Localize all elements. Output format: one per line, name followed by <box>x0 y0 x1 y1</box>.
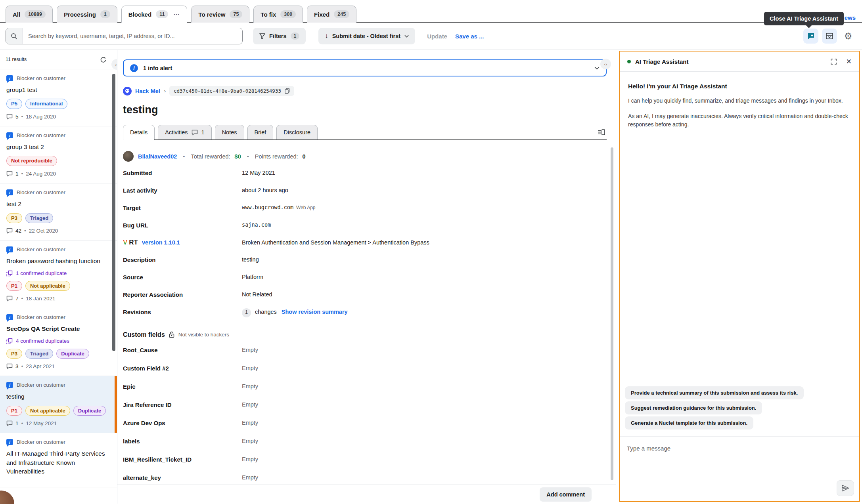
item-kind-label: Blocker on customer <box>17 75 65 81</box>
list-item[interactable]: iBlocker on customerAll IT-Managed Third… <box>0 433 117 487</box>
list-item[interactable]: iBlocker on customertestingP1Not applica… <box>0 376 117 433</box>
ai-assistant-toggle-button[interactable] <box>803 29 818 44</box>
list-item[interactable]: iBlocker on customerBroken password hash… <box>0 241 117 308</box>
send-button[interactable] <box>837 480 854 496</box>
inbox-tab-to-fix[interactable]: To fix300 <box>253 6 303 23</box>
update-button[interactable]: Update <box>427 33 447 40</box>
inbox-tab-blocked[interactable]: Blocked11⋯ <box>121 6 188 23</box>
badge-row: P3TriagedDuplicate <box>6 349 107 359</box>
save-as-button[interactable]: Save as ... <box>455 33 484 40</box>
custom-field-label: IBM_Resilient_Ticket_ID <box>123 455 242 464</box>
expand-icon[interactable] <box>831 59 837 65</box>
list-item[interactable]: iBlocker on customertest 2P3Triaged42•22… <box>0 183 117 241</box>
points-rewarded-label: Points rewarded: <box>255 153 298 160</box>
list-item[interactable]: iBlocker on customergroup 3 test 2Not re… <box>0 126 117 183</box>
inbox-tab-all[interactable]: All10889 <box>6 6 53 23</box>
item-kind-label: Blocker on customer <box>17 132 65 138</box>
item-kind-label: Blocker on customer <box>17 382 65 388</box>
tab-count-badge: 245 <box>334 10 349 18</box>
item-title: testing <box>6 392 107 401</box>
main-scrollbar[interactable] <box>611 147 613 480</box>
custom-field-row: Azure Dev OpsEmpty <box>123 414 607 432</box>
tab-overflow-menu[interactable]: ⋯ <box>172 11 180 18</box>
comment-count: 1 <box>15 420 19 426</box>
panel-resize-handle[interactable]: ‹› <box>600 59 611 69</box>
list-item[interactable]: iBlocker on customerSecOps QA Script Cre… <box>0 308 117 376</box>
status-badge: Triaged <box>25 349 53 359</box>
show-revision-summary-link[interactable]: Show revision summary <box>282 309 348 315</box>
custom-field-label: alternate_key <box>123 473 242 482</box>
chat-bubble-icon <box>807 32 815 40</box>
total-rewarded-value: $0 <box>235 153 241 160</box>
inbox-tab-fixed[interactable]: Fixed245 <box>307 6 356 23</box>
status-badge: P3 <box>6 213 22 223</box>
search-input[interactable] <box>23 28 242 44</box>
confirmed-duplicates-link[interactable]: 1 confirmed duplicate <box>6 270 107 277</box>
ai-message-input[interactable]: Type a message <box>620 436 859 501</box>
tab-notes[interactable]: Notes <box>215 125 244 139</box>
list-item[interactable]: iBlocker on customergroup1 testP5Informa… <box>0 69 117 126</box>
inbox-tab-strip: All10889Processing1Blocked11⋯To review75… <box>0 0 862 23</box>
tab-count-badge: 300 <box>280 10 296 18</box>
field-row: Last activityabout 2 hours ago <box>123 181 607 199</box>
status-badge: Not applicable <box>25 281 70 291</box>
custom-field-row: EpicEmpty <box>123 377 607 395</box>
detail-tab-bar: DetailsActivities1NotesBriefDisclosure <box>123 125 607 140</box>
item-kind-row: iBlocker on customer <box>6 382 107 388</box>
tab-disclosure[interactable]: Disclosure <box>276 125 318 139</box>
item-kind-label: Blocker on customer <box>17 439 65 445</box>
refresh-icon[interactable] <box>100 56 107 63</box>
vrt-version-link[interactable]: version 1.10.1 <box>142 239 180 246</box>
panel-layout-icon[interactable] <box>598 129 605 136</box>
org-avatar <box>123 87 132 95</box>
gear-icon: ⚙ <box>844 32 852 41</box>
confirmed-duplicates-link[interactable]: 4 confirmed duplicates <box>6 338 107 344</box>
chevron-down-icon[interactable] <box>594 67 600 70</box>
suggestion-chip[interactable]: Generate a Nuclei template for this subm… <box>625 416 753 430</box>
tab-label: Notes <box>222 129 237 136</box>
ai-assistant-body: Hello! I'm your AI Triage Assistant I ca… <box>620 72 859 382</box>
dot-separator: • <box>21 296 23 302</box>
inbox-tab-to-review[interactable]: To review75 <box>191 6 249 23</box>
suggestion-chip[interactable]: Provide a technical summary of this subm… <box>625 386 804 399</box>
custom-field-value: Empty <box>242 382 258 390</box>
toolbar: Filters 1 ↓ Submit date - Oldest first U… <box>0 23 862 50</box>
filters-button[interactable]: Filters 1 <box>253 28 306 44</box>
copy-icon[interactable] <box>285 88 290 94</box>
settings-button[interactable]: ⚙ <box>841 29 856 44</box>
submission-id: cd37c450-81dc-4f8e-9ba0-028146254933 <box>174 88 281 94</box>
ai-paragraph: As an AI, I may generate inaccuracies. A… <box>628 112 850 129</box>
tab-activities[interactable]: Activities1 <box>158 125 211 139</box>
add-comment-button[interactable]: Add comment <box>540 487 592 502</box>
suggestion-chip[interactable]: Suggest remediation guidance for this su… <box>625 401 762 414</box>
sort-button[interactable]: ↓ Submit date - Oldest first <box>318 28 415 44</box>
tab-brief[interactable]: Brief <box>247 125 274 139</box>
item-date: 22 Oct 2020 <box>29 228 58 234</box>
reporter-link[interactable]: BilalNaveed02 <box>138 153 177 160</box>
inbox-panel-button[interactable] <box>822 29 837 44</box>
breadcrumb-org-link[interactable]: Hack Me! <box>135 88 161 94</box>
ai-suggestions: Provide a technical summary of this subm… <box>620 382 859 436</box>
item-meta-row: 1•24 Aug 2020 <box>6 171 107 177</box>
status-badge: P1 <box>6 406 22 416</box>
custom-field-label: Azure Dev Ops <box>123 419 242 427</box>
custom-field-value: Empty <box>242 455 258 463</box>
field-row: Targetwww.bugcrowd.comWeb App <box>123 199 607 216</box>
app: All10889Processing1Blocked11⋯To review75… <box>0 0 862 504</box>
tab-label: Brief <box>255 129 266 136</box>
tab-label: All <box>13 11 20 18</box>
item-meta-row: 7•18 Jan 2021 <box>6 296 107 302</box>
custom-field-value: Empty <box>242 364 258 372</box>
comment-count: 5 <box>15 114 19 120</box>
sidebar-scrollbar[interactable] <box>112 74 115 351</box>
info-alert-banner[interactable]: i 1 info alert <box>123 59 607 76</box>
tab-details[interactable]: Details <box>123 125 155 139</box>
filters-count-badge: 1 <box>291 32 300 40</box>
vrt-logo: V <box>123 239 127 246</box>
close-icon[interactable]: ✕ <box>846 58 852 65</box>
revision-count-badge: 1 <box>242 308 251 317</box>
item-kind-label: Blocker on customer <box>17 314 65 320</box>
inbox-tab-processing[interactable]: Processing1 <box>57 6 117 23</box>
ai-paragraph: I can help you quickly find, summarize, … <box>628 97 850 105</box>
info-icon: i <box>6 439 13 445</box>
